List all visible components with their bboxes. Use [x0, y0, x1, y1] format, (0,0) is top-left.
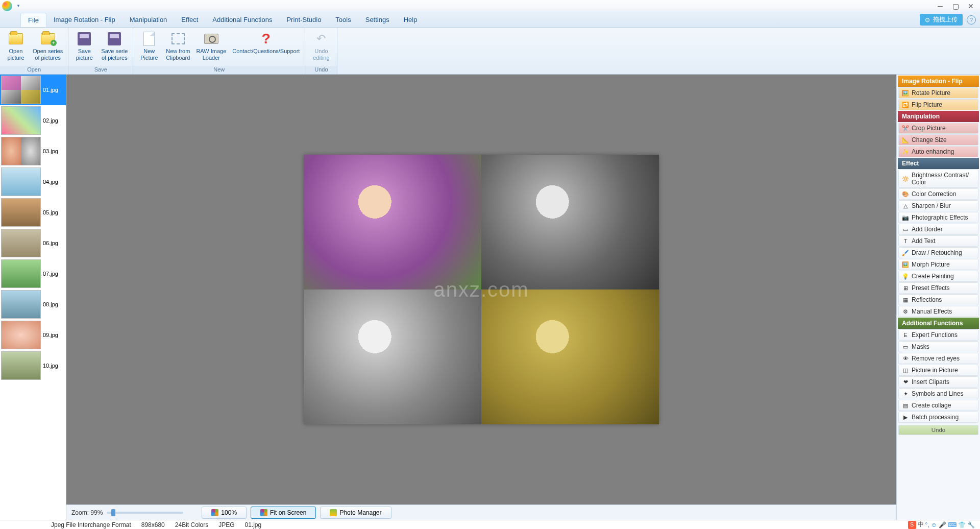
sidepanel-item-create-painting[interactable]: 💡Create Painting	[898, 271, 978, 282]
sidepanel-header-manipulation: Manipulation	[898, 111, 979, 122]
zoom-slider[interactable]	[107, 512, 183, 514]
minimize-button[interactable]: ─	[937, 3, 943, 9]
sidepanel-item-picture-in-picture[interactable]: ◫Picture in Picture	[898, 365, 978, 376]
ribbon-group-label: Open	[0, 66, 68, 74]
tray-shirt-icon[interactable]: 👕	[958, 521, 966, 528]
sidepanel-item-insert-cliparts[interactable]: ❤Insert Cliparts	[898, 376, 978, 388]
sidepanel-item-icon: 🔁	[902, 101, 909, 108]
sidepanel-item-draw-retouching[interactable]: 🖌️Draw / Retouching	[898, 247, 978, 258]
thumbnail-label: 04.jpg	[42, 179, 58, 185]
sidepanel-item-create-collage[interactable]: ▤Create collage	[898, 400, 978, 411]
thumbnail-item[interactable]: 04.jpg	[0, 166, 66, 197]
zoom-slider-thumb[interactable]	[111, 509, 115, 516]
sidepanel-item-sharpen-blur[interactable]: △Sharpen / Blur	[898, 200, 978, 211]
ribbon-btn-open-picture[interactable]: Open picture	[2, 29, 30, 65]
sidepanel-item-change-size[interactable]: 📐Change Size	[898, 134, 978, 146]
thumbnail-item[interactable]: 01.jpg	[0, 75, 66, 105]
tray-punct-icon[interactable]: °,	[925, 521, 929, 528]
image-quadrant-color	[304, 155, 481, 290]
thumbnail-image	[1, 351, 41, 380]
ribbon-btn-raw-image-loader[interactable]: RAW Image Loader	[193, 29, 229, 65]
thumbnail-item[interactable]: 06.jpg	[0, 228, 66, 258]
ribbon-btn-undo-editing: ↶Undo editing	[307, 29, 335, 65]
sidepanel-item-icon: ⚙	[902, 308, 909, 315]
sidepanel-item-add-text[interactable]: TAdd Text	[898, 235, 978, 247]
tray-tool-icon[interactable]: 🔧	[967, 521, 975, 528]
menu-help[interactable]: Help	[397, 13, 425, 27]
help-icon[interactable]: ?	[967, 15, 976, 25]
ribbon-btn-new-from-clipboard[interactable]: New from Clipboard	[163, 29, 193, 65]
ribbon-btn-save-picture[interactable]: Save picture	[70, 29, 98, 65]
sidepanel-item-icon: T	[902, 237, 909, 245]
zoom-bar: Zoom: 99% 100% Fit on Screen Photo Manag…	[66, 504, 896, 520]
thumbnail-image	[1, 167, 41, 196]
thumbnail-item[interactable]: 10.jpg	[0, 350, 66, 381]
menu-file[interactable]: File	[20, 13, 46, 27]
tray-smile-icon[interactable]: ☺	[931, 521, 937, 528]
upload-pill[interactable]: ⊝拖拽上传	[920, 14, 963, 26]
folder-icon	[8, 31, 24, 47]
menu-effect[interactable]: Effect	[174, 13, 205, 27]
sidepanel-item-manual-effects[interactable]: ⚙Manual Effects	[898, 306, 978, 317]
photo-manager-button[interactable]: Photo Manager	[320, 507, 391, 519]
ribbon-btn-label: New Picture	[140, 48, 158, 61]
sidepanel-item-expert-functions[interactable]: EExpert Functions	[898, 329, 978, 341]
tray-mic-icon[interactable]: 🎤	[939, 521, 946, 528]
thumbnail-item[interactable]: 02.jpg	[0, 105, 66, 136]
thumbnail-image	[1, 259, 41, 288]
menu-settings[interactable]: Settings	[358, 13, 397, 27]
sidepanel-item-add-border[interactable]: ▭Add Border	[898, 224, 978, 235]
thumbnail-image	[1, 106, 41, 135]
image-quadrant-sepia	[481, 290, 659, 424]
thumbnail-image	[1, 76, 41, 104]
thumbnail-item[interactable]: 07.jpg	[0, 258, 66, 289]
sidepanel-item-remove-red-eyes[interactable]: 👁Remove red eyes	[898, 353, 978, 364]
tray-keyboard-icon[interactable]: ⌨	[948, 521, 957, 528]
sidepanel-item-icon: 🎨	[902, 190, 909, 198]
sidepanel-item-rotate-picture[interactable]: 🖼️Rotate Picture	[898, 87, 978, 99]
ribbon-btn-label: RAW Image Loader	[196, 48, 226, 61]
fit-on-screen-button[interactable]: Fit on Screen	[251, 507, 316, 519]
sidepanel-item-color-correction[interactable]: 🎨Color Correction	[898, 188, 978, 200]
menu-additional-functions[interactable]: Additional Functions	[205, 13, 279, 27]
close-button[interactable]: ✕	[968, 3, 974, 9]
menubar: FileImage Rotation - FlipManipulationEff…	[0, 12, 980, 28]
thumbnail-label: 05.jpg	[42, 209, 58, 215]
ribbon-btn-label: Open picture	[7, 48, 24, 61]
sidepanel-item-photographic-effects[interactable]: 📷Photographic Effects	[898, 212, 978, 223]
canvas-viewport[interactable]: anxz.com	[66, 75, 896, 504]
menu-print-studio[interactable]: Print-Studio	[279, 13, 328, 27]
ribbon-btn-new-picture[interactable]: New Picture	[135, 29, 163, 65]
thumbnail-item[interactable]: 09.jpg	[0, 320, 66, 350]
sidepanel-item-masks[interactable]: ▭Masks	[898, 341, 978, 352]
sidepanel-item-morph-picture[interactable]: 🖼️Morph Picture	[898, 259, 978, 270]
thumbnail-item[interactable]: 03.jpg	[0, 136, 66, 166]
qat-dropdown-icon[interactable]: ▼	[15, 3, 21, 9]
zoom-100-button[interactable]: 100%	[202, 507, 247, 519]
thumbnail-panel: 01.jpg02.jpg03.jpg04.jpg05.jpg06.jpg07.j…	[0, 75, 66, 520]
sidepanel-item-symbols-and-lines[interactable]: ✦Symbols and Lines	[898, 388, 978, 399]
sidepanel-item-label: Create collage	[912, 402, 951, 409]
ime-icon[interactable]: S	[908, 521, 916, 529]
photo-manager-label: Photo Manager	[339, 509, 381, 516]
sidepanel-item-crop-picture[interactable]: ✂️Crop Picture	[898, 123, 978, 134]
ribbon-btn-open-series-of-pictures[interactable]: +Open series of pictures	[30, 29, 66, 65]
maximize-button[interactable]: ▢	[952, 3, 959, 9]
sidepanel-item-brightness-contrast-color[interactable]: 🔆Brightness/ Contrast/ Color	[898, 170, 978, 188]
sidepanel-item-batch-processing[interactable]: ▶Batch processing	[898, 412, 978, 423]
sidepanel-item-auto-enhancing[interactable]: ✨Auto enhancing	[898, 146, 978, 157]
sidepanel-header-image-rotation-flip: Image Rotation - Flip	[898, 76, 979, 87]
ribbon-btn-contact-questions-support[interactable]: ?Contact/Questions/Support	[229, 29, 303, 65]
floppy-multi-icon	[106, 31, 122, 47]
menu-image-rotation-flip[interactable]: Image Rotation - Flip	[46, 13, 122, 27]
sidepanel-item-reflections[interactable]: ▦Reflections	[898, 294, 978, 305]
thumbnail-item[interactable]: 05.jpg	[0, 197, 66, 228]
ribbon-btn-save-serie-of-pictures[interactable]: Save serie of pictures	[98, 29, 131, 65]
thumbnail-item[interactable]: 08.jpg	[0, 289, 66, 320]
sidepanel-item-preset-effects[interactable]: ⊞Preset Effects	[898, 282, 978, 294]
ribbon-btn-label: Undo editing	[313, 48, 329, 61]
menu-manipulation[interactable]: Manipulation	[122, 13, 175, 27]
ribbon-btn-label: Save picture	[76, 48, 93, 61]
sidepanel-item-flip-picture[interactable]: 🔁Flip Picture	[898, 99, 978, 110]
menu-tools[interactable]: Tools	[328, 13, 358, 27]
